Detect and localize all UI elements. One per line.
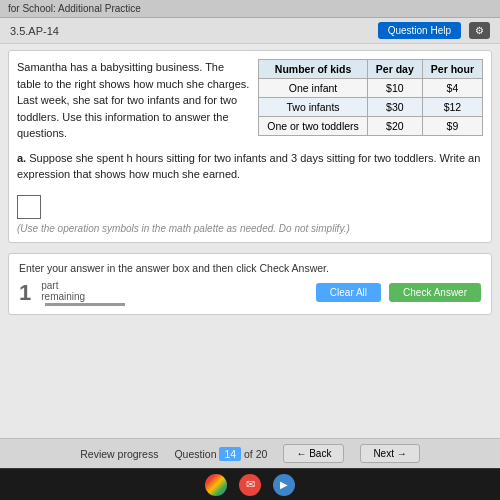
of-label: of 20 [244, 448, 267, 460]
table-row: One infant $10 $4 [259, 79, 483, 98]
main-content: 3.5.AP-14 Question Help ⚙ Samantha has a… [0, 18, 500, 438]
table-row: One or two toddlers $20 $9 [259, 117, 483, 136]
problem-id: 3.5.AP-14 [10, 25, 59, 37]
row2-perhour: $12 [422, 98, 482, 117]
gear-button[interactable]: ⚙ [469, 22, 490, 39]
part-a-label: a. [17, 152, 26, 164]
row2-kids: Two infants [259, 98, 368, 117]
problem-id-bar: 3.5.AP-14 Question Help ⚙ [0, 18, 500, 44]
btn-row: Clear All Check Answer [316, 283, 481, 302]
question-label: Question 14 of 20 [174, 448, 267, 460]
enter-answer-text: Enter your answer in the answer box and … [19, 262, 481, 274]
row1-perday: $10 [367, 79, 422, 98]
col-header-perhour: Per hour [422, 60, 482, 79]
top-bar: for School: Additional Practice [0, 0, 500, 18]
top-bar-label: for School: Additional Practice [8, 3, 141, 14]
play-icon[interactable]: ▶ [273, 474, 295, 496]
row3-kids: One or two toddlers [259, 117, 368, 136]
check-answer-button[interactable]: Check Answer [389, 283, 481, 302]
data-table: Number of kids Per day Per hour One infa… [258, 59, 483, 136]
next-button[interactable]: Next → [360, 444, 419, 463]
part-a-text: Suppose she spent h hours sitting for tw… [17, 152, 480, 181]
taskbar: ✉ ▶ [0, 468, 500, 500]
question-number: 14 [219, 447, 241, 461]
part-a: a. Suppose she spent h hours sitting for… [17, 150, 483, 183]
review-progress-label: Review progress [80, 448, 158, 460]
back-button[interactable]: ← Back [283, 444, 344, 463]
chrome-icon[interactable] [205, 474, 227, 496]
table-row: Two infants $30 $12 [259, 98, 483, 117]
problem-top: Samantha has a babysitting business. The… [17, 59, 483, 142]
question-help-button[interactable]: Question Help [378, 22, 461, 39]
answer-input-box[interactable] [17, 195, 41, 219]
part-number: 1 [19, 282, 31, 304]
row1-perhour: $4 [422, 79, 482, 98]
bottom-nav: Review progress Question 14 of 20 ← Back… [0, 438, 500, 468]
row2-perday: $30 [367, 98, 422, 117]
progress-line [45, 303, 125, 306]
enter-answer-section: Enter your answer in the answer box and … [8, 253, 492, 315]
clear-all-button[interactable]: Clear All [316, 283, 381, 302]
row3-perday: $20 [367, 117, 422, 136]
row1-kids: One infant [259, 79, 368, 98]
col-header-perday: Per day [367, 60, 422, 79]
mail-icon[interactable]: ✉ [239, 474, 261, 496]
enter-answer-part-row: 1 partremaining Clear All Check Answer [19, 280, 481, 306]
col-header-kids: Number of kids [259, 60, 368, 79]
problem-text: Samantha has a babysitting business. The… [17, 59, 250, 142]
row3-perhour: $9 [422, 117, 482, 136]
problem-section: Samantha has a babysitting business. The… [8, 50, 492, 243]
part-remaining-text: partremaining [41, 280, 125, 302]
part-info: partremaining [41, 280, 125, 306]
instruction-text: (Use the operation symbols in the math p… [17, 223, 483, 234]
